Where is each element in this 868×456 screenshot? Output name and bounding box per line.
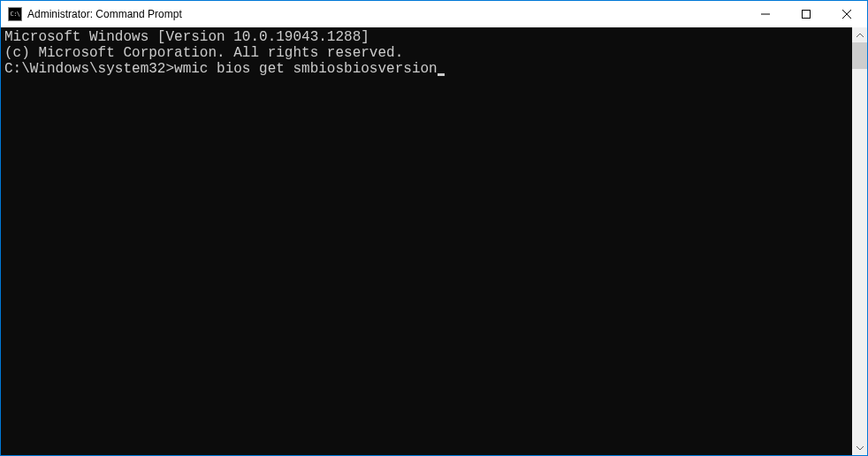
chevron-down-icon bbox=[857, 445, 864, 452]
window-controls bbox=[745, 1, 867, 27]
console-command: wmic bios get smbiosbiosversion bbox=[174, 61, 438, 77]
command-prompt-window: C:\ Administrator: Command Prompt bbox=[0, 0, 868, 456]
console-line-version: Microsoft Windows [Version 10.0.19043.12… bbox=[4, 29, 849, 45]
scrollbar-down-button[interactable] bbox=[852, 440, 867, 455]
console-content[interactable]: Microsoft Windows [Version 10.0.19043.12… bbox=[1, 27, 852, 455]
maximize-button[interactable] bbox=[786, 1, 826, 27]
text-cursor bbox=[438, 73, 445, 76]
console-area: Microsoft Windows [Version 10.0.19043.12… bbox=[1, 27, 867, 455]
titlebar[interactable]: C:\ Administrator: Command Prompt bbox=[1, 1, 867, 27]
console-line-copyright: (c) Microsoft Corporation. All rights re… bbox=[4, 45, 849, 61]
chevron-up-icon bbox=[857, 32, 864, 39]
minimize-icon bbox=[761, 10, 770, 19]
console-prompt: C:\Windows\system32> bbox=[4, 61, 174, 77]
maximize-icon bbox=[802, 10, 811, 19]
close-icon bbox=[842, 10, 851, 19]
vertical-scrollbar[interactable] bbox=[852, 27, 867, 455]
svg-rect-1 bbox=[803, 11, 811, 19]
minimize-button[interactable] bbox=[745, 1, 786, 27]
window-title: Administrator: Command Prompt bbox=[27, 8, 745, 20]
scrollbar-thumb[interactable] bbox=[852, 42, 867, 69]
scrollbar-track[interactable] bbox=[852, 42, 867, 440]
scrollbar-up-button[interactable] bbox=[852, 27, 867, 42]
console-prompt-line: C:\Windows\system32>wmic bios get smbios… bbox=[4, 61, 849, 77]
app-icon: C:\ bbox=[8, 7, 22, 21]
app-icon-text: C:\ bbox=[10, 11, 19, 18]
close-button[interactable] bbox=[826, 1, 867, 27]
